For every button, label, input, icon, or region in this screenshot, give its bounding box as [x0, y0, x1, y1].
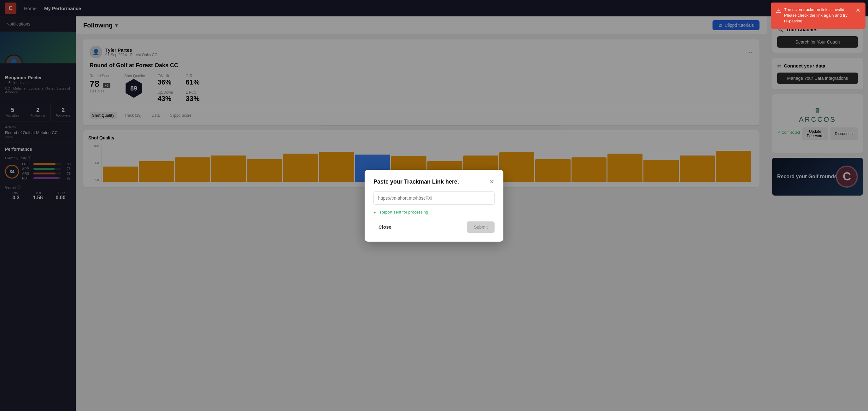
modal-close-x-button[interactable]: ✕ [489, 179, 495, 185]
modal-footer: Close Submit [373, 221, 495, 233]
modal-success-message: ✓ Report sent for processing [373, 209, 495, 215]
success-check-icon: ✓ [373, 209, 377, 215]
modal-close-button[interactable]: Close [373, 222, 397, 232]
modal-overlay[interactable]: Paste your Trackman Link here. ✕ ✓ Repor… [0, 0, 868, 411]
modal-title: Paste your Trackman Link here. [373, 179, 459, 185]
modal-submit-button[interactable]: Submit [467, 221, 495, 233]
error-toast: ⚠ The given trackman link is invalid. Pl… [771, 2, 866, 29]
trackman-link-input[interactable] [373, 191, 495, 205]
modal-header: Paste your Trackman Link here. ✕ [373, 179, 495, 185]
toast-close-button[interactable]: ✕ [856, 7, 861, 14]
warning-icon: ⚠ [776, 7, 781, 14]
toast-message: The given trackman link is invalid. Plea… [784, 7, 852, 24]
trackman-modal: Paste your Trackman Link here. ✕ ✓ Repor… [365, 170, 503, 242]
